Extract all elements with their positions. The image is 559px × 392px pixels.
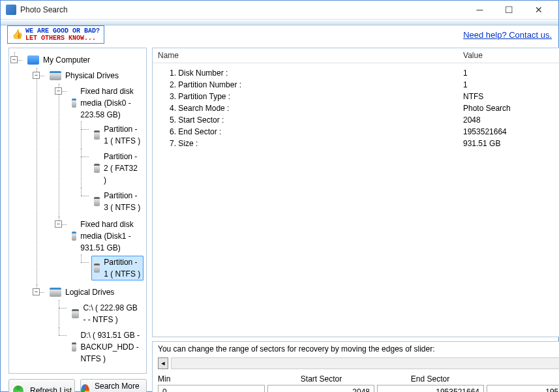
partition-icon — [94, 197, 100, 206]
tree-logical-drives[interactable]: Logical Drives — [47, 286, 117, 299]
property-value: 1953521664 — [463, 127, 559, 136]
topbar: 👍 WE ARE GOOD OR BAD? LET OTHERS KNOW...… — [1, 25, 558, 44]
partition-icon — [94, 264, 100, 273]
property-row: 1. Disk Number :1 — [158, 67, 559, 79]
tree-disk1[interactable]: Fixed hard disk media (Disk1 - 931.51 GB… — [69, 218, 144, 254]
tree-disk1-partition1[interactable]: Partition - 1 ( NTFS ) — [91, 256, 144, 280]
start-sector-label: Start Sector — [267, 374, 376, 384]
property-row: 5. Start Sector :2048 — [158, 114, 559, 126]
computer-icon — [27, 55, 39, 65]
max-sector-input[interactable] — [487, 385, 559, 392]
property-name: 3. Partition Type : — [158, 92, 463, 101]
max-label: Max — [485, 374, 559, 384]
banner: DDR Professional Speedy & Mighty — [1, 20, 558, 25]
refresh-list-button[interactable]: Refresh List — [8, 379, 75, 392]
property-name: 4. Search Mode : — [158, 104, 463, 113]
app-icon — [6, 5, 16, 15]
tree-drive-d[interactable]: D:\ ( 931.51 GB - BACKUP_HDD - NTFS ) — [69, 329, 144, 365]
hdd-icon — [72, 98, 76, 108]
property-value: 1 — [463, 80, 559, 89]
drive-icon — [50, 288, 61, 297]
tree-disk0[interactable]: Fixed hard disk media (Disk0 - 223.58 GB… — [69, 85, 144, 121]
property-value: 1 — [463, 68, 559, 78]
logo-ddr: DDR — [8, 22, 55, 25]
rate-us-button[interactable]: 👍 WE ARE GOOD OR BAD? LET OTHERS KNOW... — [7, 25, 104, 44]
property-name: 5. Start Sector : — [158, 115, 463, 125]
expander-icon[interactable]: − — [55, 220, 62, 228]
search-more-partitions-button[interactable]: Search More Partitions — [80, 379, 147, 392]
column-header-value: Value — [463, 51, 559, 60]
property-row: 3. Partition Type :NTFS — [158, 91, 559, 102]
tree-disk0-partition1[interactable]: Partition - 1 ( NTFS ) — [91, 123, 144, 147]
property-name: 1. Disk Number : — [158, 68, 463, 78]
property-row: 7. Size :931.51 GB — [158, 138, 559, 149]
rate-line1: WE ARE GOOD OR BAD? — [25, 27, 100, 35]
property-name: 6. End Sector : — [158, 127, 463, 136]
tree-physical-drives[interactable]: Physical Drives — [47, 69, 121, 82]
close-button[interactable]: ✕ — [524, 1, 553, 19]
property-name: 7. Size : — [158, 139, 463, 148]
slider-left-button[interactable]: ◄ — [158, 357, 168, 369]
end-sector-input[interactable] — [377, 385, 484, 392]
tree-disk0-partition3[interactable]: Partition - 3 ( NTFS ) — [91, 189, 144, 214]
drive-tree[interactable]: − My Computer − Physical Drives − Fixed … — [8, 48, 147, 374]
min-sector-input[interactable] — [158, 385, 265, 392]
properties-table: Name Value 1. Disk Number :12. Partition… — [152, 48, 559, 337]
property-value: Photo Search — [463, 104, 559, 113]
sector-range-panel: You can change the range of sectors for … — [152, 341, 559, 392]
volume-icon — [72, 309, 79, 318]
property-value: NTFS — [463, 92, 559, 101]
partition-pie-icon — [81, 384, 89, 392]
content-area: − My Computer − Physical Drives − Fixed … — [1, 44, 558, 392]
tree-disk0-partition2[interactable]: Partition - 2 ( FAT32 ) — [91, 150, 144, 187]
rate-line2: LET OTHERS KNOW... — [25, 35, 100, 42]
property-row: 6. End Sector :1953521664 — [158, 126, 559, 138]
maximize-button[interactable]: ☐ — [494, 1, 524, 19]
partition-icon — [94, 164, 100, 173]
help-link[interactable]: Need help? Contact us. — [463, 30, 552, 40]
property-value: 931.51 GB — [463, 139, 559, 148]
refresh-icon — [12, 384, 25, 392]
property-row: 4. Search Mode :Photo Search — [158, 102, 559, 114]
left-buttons: Refresh List Search More Partitions — [8, 379, 147, 392]
titlebar: Photo Search ─ ☐ ✕ — [1, 1, 558, 20]
expander-icon[interactable]: − — [33, 288, 40, 295]
window-title: Photo Search — [20, 5, 465, 14]
volume-icon — [72, 342, 76, 352]
min-label: Min — [158, 374, 267, 384]
expander-icon[interactable]: − — [33, 72, 40, 79]
property-name: 2. Partition Number : — [158, 80, 463, 89]
slider-label: You can change the range of sectors for … — [158, 344, 559, 354]
property-value: 2048 — [463, 115, 559, 125]
expander-icon[interactable]: − — [10, 56, 18, 63]
hdd-icon — [72, 232, 76, 241]
tree-drive-c[interactable]: C:\ ( 222.98 GB - - NTFS ) — [69, 301, 144, 326]
tree-my-computer[interactable]: My Computer — [25, 53, 93, 67]
property-row: 2. Partition Number :1 — [158, 79, 559, 91]
thumb-up-icon: 👍 — [12, 31, 23, 38]
column-header-name: Name — [158, 51, 463, 60]
minimize-button[interactable]: ─ — [465, 1, 494, 19]
right-panel: Name Value 1. Disk Number :12. Partition… — [152, 48, 559, 392]
partition-icon — [94, 130, 100, 140]
expander-icon[interactable]: − — [55, 87, 62, 95]
app-window: Photo Search ─ ☐ ✕ DDR Professional Spee… — [0, 0, 559, 392]
sector-slider[interactable] — [171, 357, 559, 369]
end-sector-label: End Sector — [376, 374, 485, 384]
drive-icon — [50, 71, 61, 80]
left-panel: − My Computer − Physical Drives − Fixed … — [8, 48, 147, 392]
start-sector-input[interactable] — [267, 385, 374, 392]
